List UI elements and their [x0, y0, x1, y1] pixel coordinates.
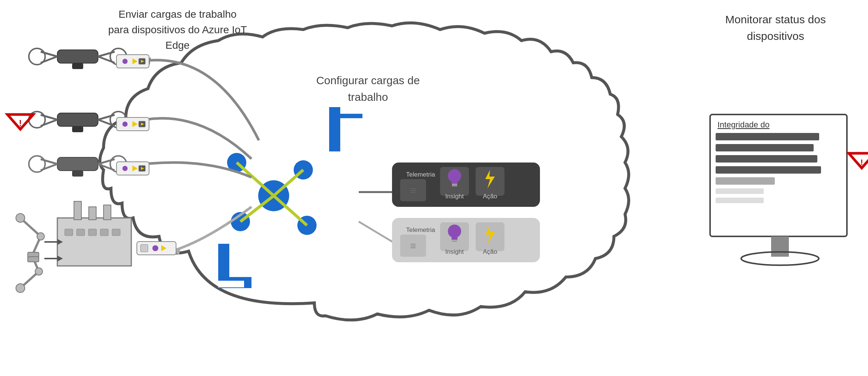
svg-line-6 [240, 196, 274, 222]
svg-marker-51 [141, 60, 144, 63]
svg-marker-65 [161, 245, 166, 251]
svg-point-35 [110, 112, 126, 128]
svg-rect-68 [89, 207, 96, 220]
svg-line-30 [41, 115, 57, 120]
svg-rect-118 [716, 144, 814, 151]
svg-rect-9 [329, 107, 340, 151]
svg-rect-39 [57, 157, 98, 171]
svg-rect-63 [141, 245, 148, 252]
svg-rect-62 [137, 242, 176, 255]
svg-point-26 [29, 48, 45, 65]
svg-marker-78 [57, 256, 63, 262]
svg-text:Insight: Insight [445, 248, 464, 255]
svg-rect-115 [710, 114, 847, 236]
svg-marker-49 [132, 58, 138, 64]
svg-marker-59 [132, 165, 138, 171]
diagram-svg: ! [0, 0, 868, 376]
svg-text:≡: ≡ [410, 185, 416, 196]
svg-point-81 [16, 213, 25, 222]
label-monitor-status: Monitorar status dos dispositivos [713, 11, 838, 44]
svg-line-20 [359, 222, 396, 244]
svg-rect-66 [57, 218, 131, 266]
svg-rect-104 [400, 235, 426, 257]
svg-text:Ação: Ação [483, 248, 497, 255]
svg-point-3 [294, 160, 313, 180]
svg-rect-67 [74, 201, 81, 220]
svg-line-8 [274, 196, 307, 225]
svg-marker-113 [485, 225, 495, 244]
label-configure-workloads: Configurar cargas de trabalho [311, 72, 425, 105]
svg-rect-72 [88, 229, 97, 236]
svg-rect-123 [716, 198, 764, 203]
svg-rect-13 [218, 277, 251, 288]
label-send-workloads: Enviar cargas de trabalho para dispositi… [107, 7, 248, 53]
svg-line-7 [274, 170, 303, 196]
svg-point-58 [122, 166, 128, 171]
svg-rect-11 [340, 107, 362, 114]
svg-rect-57 [116, 162, 149, 175]
svg-rect-108 [452, 237, 457, 240]
svg-rect-93 [440, 167, 469, 196]
svg-rect-12 [218, 244, 229, 288]
svg-rect-74 [112, 229, 120, 236]
svg-text:Telemetria: Telemetria [406, 171, 435, 178]
svg-text:Ação: Ação [483, 193, 497, 200]
svg-rect-121 [716, 177, 775, 185]
svg-marker-15 [143, 57, 151, 65]
svg-point-44 [29, 156, 45, 172]
svg-line-33 [98, 120, 115, 126]
svg-point-45 [110, 156, 126, 172]
svg-rect-102 [392, 218, 540, 262]
main-container: ! [0, 0, 868, 376]
svg-rect-106 [440, 222, 469, 251]
svg-point-1 [227, 153, 246, 172]
svg-rect-55 [139, 121, 145, 127]
svg-point-53 [122, 122, 128, 127]
svg-rect-126 [771, 236, 789, 257]
svg-point-2 [231, 212, 250, 231]
svg-rect-29 [57, 113, 98, 126]
svg-line-32 [41, 120, 57, 126]
svg-point-4 [297, 216, 317, 235]
svg-rect-122 [716, 188, 764, 194]
svg-line-22 [41, 52, 57, 57]
svg-marker-124 [849, 153, 868, 168]
svg-rect-88 [28, 257, 39, 262]
svg-marker-17 [128, 164, 136, 171]
svg-point-94 [448, 169, 461, 182]
svg-line-31 [98, 115, 115, 120]
svg-point-48 [122, 59, 128, 64]
svg-rect-71 [77, 229, 85, 236]
svg-point-64 [152, 245, 158, 251]
svg-rect-73 [100, 229, 108, 236]
svg-rect-50 [139, 58, 145, 64]
svg-line-79 [20, 218, 41, 236]
svg-marker-37 [7, 114, 33, 129]
svg-rect-36 [72, 126, 83, 132]
svg-point-0 [258, 180, 289, 211]
svg-text:!: ! [19, 118, 22, 128]
svg-point-82 [37, 233, 44, 240]
svg-line-42 [41, 164, 57, 170]
svg-line-43 [98, 164, 115, 170]
svg-rect-14 [218, 281, 244, 287]
svg-rect-28 [72, 63, 83, 69]
svg-rect-46 [72, 171, 83, 177]
svg-point-34 [29, 112, 45, 128]
svg-rect-119 [716, 155, 817, 163]
svg-line-80 [33, 236, 41, 253]
svg-rect-10 [329, 107, 362, 118]
svg-rect-69 [104, 205, 111, 220]
svg-line-85 [33, 259, 39, 271]
svg-line-24 [41, 57, 57, 63]
svg-rect-21 [57, 50, 98, 63]
svg-marker-76 [57, 239, 63, 245]
svg-rect-112 [476, 222, 504, 251]
svg-marker-18 [172, 248, 180, 255]
svg-line-5 [237, 163, 274, 196]
svg-marker-61 [141, 167, 144, 170]
svg-rect-91 [400, 179, 426, 201]
svg-rect-47 [116, 55, 149, 68]
svg-rect-52 [116, 117, 149, 131]
svg-rect-117 [716, 133, 819, 140]
